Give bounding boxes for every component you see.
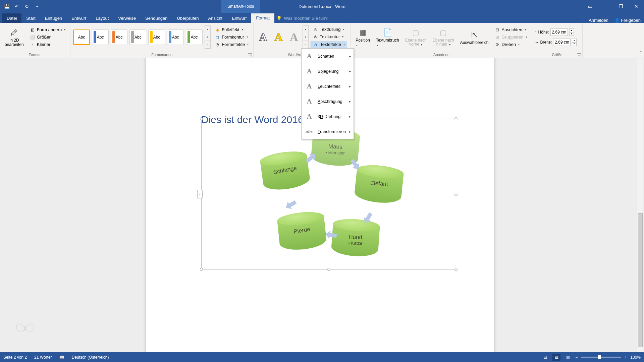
text-outline-icon: A: [313, 34, 318, 40]
height-input[interactable]: [550, 28, 568, 36]
fill-icon: ◆: [215, 27, 220, 33]
position-icon: ▦: [358, 27, 368, 38]
height-spinner[interactable]: ▴▾: [569, 28, 574, 36]
menu-item-shadow[interactable]: ASchatten▸: [302, 49, 354, 64]
share-button[interactable]: 👤 Freigeben: [614, 18, 641, 23]
menu-item-bevel[interactable]: AAbschrägung▸: [302, 94, 354, 109]
dialog-launcher-icon[interactable]: ↘: [248, 53, 252, 57]
tell-me-input[interactable]: 💡Was möchten Sie tun?: [274, 13, 332, 23]
selection-handle[interactable]: [454, 193, 458, 196]
tab-references[interactable]: Verweise: [113, 13, 141, 23]
edit-in-2d-button[interactable]: 🖉 In 2Dbearbeiten: [3, 26, 26, 48]
read-mode-button[interactable]: ▤: [541, 354, 549, 361]
shape-style-gallery-scroll[interactable]: ▴▾▿: [205, 25, 211, 49]
align-icon: ⊟: [495, 27, 500, 33]
tab-file[interactable]: Datei: [2, 13, 21, 23]
tab-smartart-format[interactable]: Format: [251, 13, 274, 23]
tab-design[interactable]: Entwurf: [67, 13, 91, 23]
shape-outline-button[interactable]: ◻Formkontur▾: [213, 34, 251, 41]
print-layout-button[interactable]: ▦: [552, 354, 560, 361]
change-shape-button[interactable]: ◧Form ändern▾: [28, 26, 67, 33]
redo-icon[interactable]: ↻: [22, 2, 32, 11]
selection-handle[interactable]: [327, 268, 330, 271]
smartart-node-schlange[interactable]: Schlange: [259, 149, 311, 192]
status-word-count[interactable]: 21 Wörter: [34, 355, 52, 360]
shape-style-3[interactable]: Abc: [111, 29, 127, 45]
width-input[interactable]: [553, 39, 571, 46]
selection-handle[interactable]: [200, 117, 203, 120]
tab-view[interactable]: Ansicht: [204, 13, 227, 23]
position-button[interactable]: ▦Position▾: [354, 26, 372, 49]
text-fill-button[interactable]: ATextfüllung▾: [311, 26, 347, 33]
zoom-in-button[interactable]: +: [625, 355, 627, 360]
smaller-button[interactable]: ▫Kleiner: [28, 41, 67, 48]
zoom-slider-knob[interactable]: [598, 355, 601, 359]
text-wrap-button[interactable]: 📄Textumbruch▾: [374, 26, 401, 49]
width-spinner[interactable]: ▴▾: [572, 39, 577, 46]
restore-icon[interactable]: ❐: [613, 0, 629, 13]
shape-style-4[interactable]: Abc: [129, 29, 146, 45]
text-effects-menu: ASchatten▸ ASpiegelung▸ ALeuchteffekt▸ A…: [301, 48, 354, 139]
shape-style-6[interactable]: Abc: [167, 29, 184, 45]
smartart-text-pane-toggle[interactable]: ‹: [197, 190, 203, 198]
shape-effects-button[interactable]: ◔Formeffekte▾: [213, 41, 251, 48]
status-page[interactable]: Seite 2 von 2: [3, 355, 27, 360]
zoom-level[interactable]: 130%: [630, 355, 641, 360]
wordart-style-3[interactable]: A: [287, 29, 301, 45]
tab-review[interactable]: Überprüfen: [172, 13, 204, 23]
smartart-node-pferde[interactable]: Pferde: [277, 210, 327, 252]
height-field[interactable]: ↕Höhe: ▴▾: [535, 28, 577, 36]
shape-style-2[interactable]: Abc: [92, 29, 109, 45]
ribbon-display-options-icon[interactable]: ▭: [582, 0, 598, 13]
tab-home[interactable]: Start: [21, 13, 40, 23]
align-button[interactable]: ⊟Ausrichten▾: [493, 26, 529, 33]
shape-style-7[interactable]: Abc: [186, 29, 203, 45]
selection-handle[interactable]: [454, 268, 458, 271]
customize-qat-icon[interactable]: ▾: [32, 2, 42, 11]
collapse-ribbon-icon[interactable]: ˄: [640, 50, 642, 55]
undo-icon[interactable]: ↶: [12, 2, 21, 11]
menu-item-3d-rotation[interactable]: A3D-Drehung▸: [302, 109, 354, 124]
status-language[interactable]: Deutsch (Österreich): [72, 355, 109, 360]
tab-smartart-design[interactable]: Entwurf: [227, 13, 251, 23]
tab-mailings[interactable]: Sendungen: [141, 13, 172, 23]
minimize-icon[interactable]: —: [598, 0, 613, 13]
tab-insert[interactable]: Einfügen: [40, 13, 67, 23]
close-icon[interactable]: ✕: [629, 0, 644, 13]
menu-item-transform[interactable]: abcTransformieren▸: [302, 124, 354, 139]
wordart-style-2[interactable]: A: [272, 29, 285, 45]
group-label-shape-styles: Formenarten↘: [70, 51, 253, 58]
selection-pane-button[interactable]: ⇱Auswahlbereich: [458, 28, 491, 46]
width-field[interactable]: ↔Breite: ▴▾: [535, 39, 577, 46]
smartart-selection[interactable]: ‹ MausHamster Schlange Elefant Pferde Hu…: [201, 119, 456, 269]
save-icon[interactable]: 💾: [2, 2, 11, 11]
shape-fill-button[interactable]: ◆Fülleffekt▾: [213, 26, 251, 33]
text-outline-button[interactable]: ATextkontur▾: [311, 34, 347, 40]
shape-style-5[interactable]: Abc: [148, 29, 165, 45]
status-proofing-icon[interactable]: 📖: [59, 355, 64, 360]
menu-item-reflection[interactable]: ASpiegelung▸: [302, 64, 354, 79]
larger-button[interactable]: ⬜Größer: [28, 34, 67, 41]
smartart-node-hund[interactable]: HundKatze: [331, 218, 380, 257]
dialog-launcher-icon[interactable]: ↘: [577, 53, 581, 57]
tab-layout[interactable]: Layout: [91, 13, 113, 23]
selection-handle[interactable]: [454, 117, 458, 120]
wordart-style-1[interactable]: A: [256, 29, 270, 45]
smartart-node-elefant[interactable]: Elefant: [354, 163, 405, 205]
zoom-slider[interactable]: [581, 357, 621, 358]
menu-item-glow[interactable]: ALeuchteffekt▸: [302, 79, 354, 94]
wordart-gallery-scroll[interactable]: ▴▾▿: [303, 25, 309, 49]
rotate-button[interactable]: ⟳Drehen▾: [493, 41, 529, 48]
web-layout-button[interactable]: ▥: [564, 354, 572, 361]
larger-icon: ⬜: [30, 35, 35, 40]
vertical-scrollbar[interactable]: [637, 59, 643, 352]
scrollbar-thumb[interactable]: [638, 213, 643, 347]
lightbulb-icon: 💡: [276, 16, 282, 21]
shape-style-1[interactable]: Abc: [73, 29, 90, 45]
svg-marker-3: [325, 230, 337, 240]
signin-link[interactable]: Anmelden: [589, 18, 608, 23]
selection-handle[interactable]: [200, 268, 203, 271]
rotation-3d-icon: A: [305, 112, 314, 121]
zoom-out-button[interactable]: −: [575, 355, 578, 360]
text-effects-button[interactable]: ATexteffekte▾: [311, 41, 347, 48]
